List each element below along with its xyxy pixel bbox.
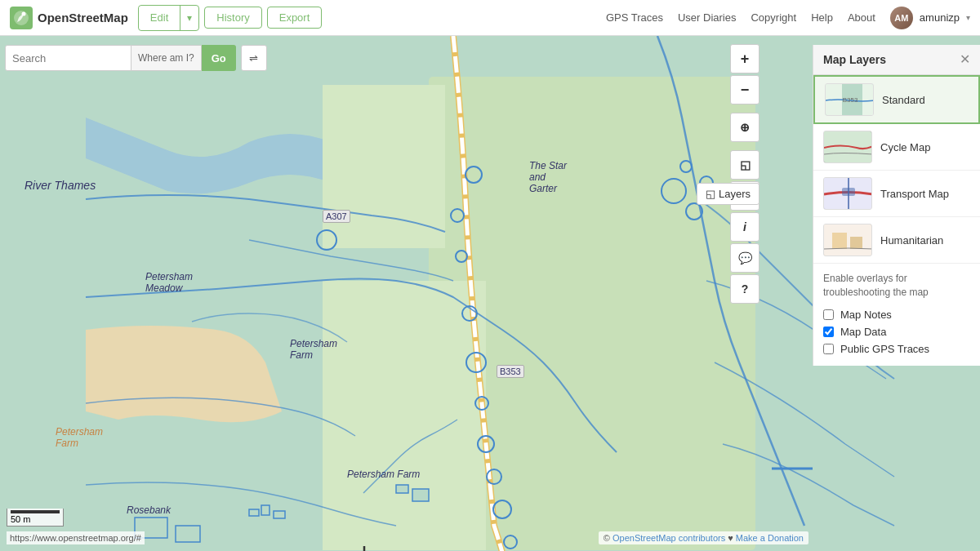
layer-transport[interactable]: Transport Map (813, 171, 980, 217)
attribution: © OpenStreetMap contributors ♥ Make a Do… (599, 531, 808, 544)
map-data-label[interactable]: Map Data (840, 326, 886, 338)
layers-map-button[interactable]: ◱ Layers (697, 183, 760, 205)
svg-rect-37 (832, 233, 847, 249)
user-area[interactable]: AM amunizp ▾ (890, 7, 970, 29)
nav-right: GPS Traces User Diaries Copyright Help A… (606, 7, 980, 29)
zoom-in-button[interactable]: + (730, 44, 760, 73)
svg-point-1 (22, 11, 26, 16)
map-controls: + − ⊕ ◱ ⤴ i 💬 ? (730, 44, 760, 304)
controls-separator (730, 106, 760, 111)
gps-traces-link[interactable]: GPS Traces (606, 11, 663, 24)
map-data-checkbox[interactable] (823, 327, 834, 337)
user-diaries-link[interactable]: User Diaries (678, 11, 737, 24)
svg-text:B353: B353 (843, 96, 858, 104)
url-text: https://www.openstreetmap.org/# (10, 533, 141, 543)
info-button[interactable]: i (730, 212, 760, 242)
route-button[interactable]: ⇌ (241, 45, 267, 71)
layer-humanitarian[interactable]: Humanitarian (813, 217, 980, 264)
gps-location-button[interactable]: ⊕ (730, 113, 760, 142)
url-bar: https://www.openstreetmap.org/# (7, 531, 145, 544)
panel-close-button[interactable]: ✕ (960, 53, 970, 66)
layer-thumb-standard: B353 (825, 83, 874, 116)
svg-rect-25 (274, 511, 285, 518)
logo-text: OpenStreetMap (38, 11, 128, 24)
controls-separator-2 (730, 144, 760, 149)
scale-bar: 50 m (7, 509, 64, 527)
layer-thumb-humanitarian (823, 224, 872, 256)
overlays-section: Enable overlays for troubleshooting the … (813, 264, 980, 366)
layer-standard[interactable]: B353 Standard (813, 75, 980, 124)
osm-link[interactable]: OpenStreetMap contributors (612, 533, 725, 543)
top-navigation: OpenStreetMap Edit ▾ History Export GPS … (0, 0, 980, 36)
logo[interactable]: OpenStreetMap (0, 7, 138, 29)
layers-control-button[interactable]: ◱ (730, 150, 760, 180)
copyright-link[interactable]: Copyright (751, 11, 796, 24)
layer-thumb-transport (823, 177, 872, 210)
layer-name-humanitarian: Humanitarian (880, 234, 943, 247)
search-bar: Where am I? Go ⇌ (5, 45, 267, 71)
go-button[interactable]: Go (202, 45, 236, 71)
edit-dropdown-button[interactable]: ▾ (180, 8, 198, 28)
layers-label: Layers (719, 188, 751, 200)
layer-thumb-cycle (823, 131, 872, 163)
panel-title: Map Layers (823, 53, 886, 66)
map-notes-label[interactable]: Map Notes (840, 309, 892, 321)
layer-name-cycle: Cycle Map (880, 141, 930, 153)
edit-button-group: Edit ▾ (138, 5, 199, 31)
layers-icon: ◱ (706, 188, 715, 200)
map-notes-checkbox[interactable] (823, 309, 834, 320)
overlay-map-data[interactable]: Map Data (823, 323, 970, 340)
zoom-out-button[interactable]: − (730, 75, 760, 104)
layer-name-transport: Transport Map (880, 188, 949, 200)
user-name: amunizp (920, 11, 960, 24)
user-avatar: AM (890, 7, 913, 29)
svg-rect-4 (323, 85, 445, 248)
svg-rect-23 (249, 509, 259, 516)
scale-line (11, 510, 60, 513)
help-link[interactable]: Help (811, 11, 833, 24)
edit-button[interactable]: Edit (139, 7, 180, 28)
logo-icon (10, 7, 33, 29)
svg-rect-27 (176, 526, 200, 542)
help-button[interactable]: ? (730, 274, 760, 304)
public-gps-label[interactable]: Public GPS Traces (840, 343, 929, 355)
layer-cycle[interactable]: Cycle Map (813, 124, 980, 171)
svg-rect-22 (412, 489, 429, 501)
map-layers-panel: Map Layers ✕ B353 Standard Cycle Map (813, 45, 980, 366)
public-gps-checkbox[interactable] (823, 344, 834, 354)
svg-rect-36 (824, 224, 872, 256)
svg-rect-24 (261, 505, 270, 515)
svg-rect-38 (850, 237, 862, 249)
history-button[interactable]: History (204, 7, 261, 29)
export-button[interactable]: Export (267, 7, 323, 29)
svg-rect-5 (323, 281, 486, 550)
donate-link[interactable]: Make a Donation (736, 533, 804, 543)
overlays-title: Enable overlays for troubleshooting the … (823, 272, 970, 300)
feedback-button[interactable]: 💬 (730, 243, 760, 273)
svg-rect-35 (842, 188, 855, 196)
layer-name-standard: Standard (882, 94, 925, 106)
scale-label: 50 m (11, 514, 30, 524)
about-link[interactable]: About (848, 11, 875, 24)
svg-rect-21 (396, 485, 408, 493)
svg-rect-33 (824, 131, 872, 163)
where-am-i-button[interactable]: Where am I? (131, 45, 202, 71)
panel-header: Map Layers ✕ (813, 45, 980, 75)
overlay-public-gps[interactable]: Public GPS Traces (823, 340, 970, 358)
overlay-map-notes[interactable]: Map Notes (823, 306, 970, 323)
user-menu-caret: ▾ (966, 13, 970, 22)
search-input[interactable] (5, 45, 131, 71)
